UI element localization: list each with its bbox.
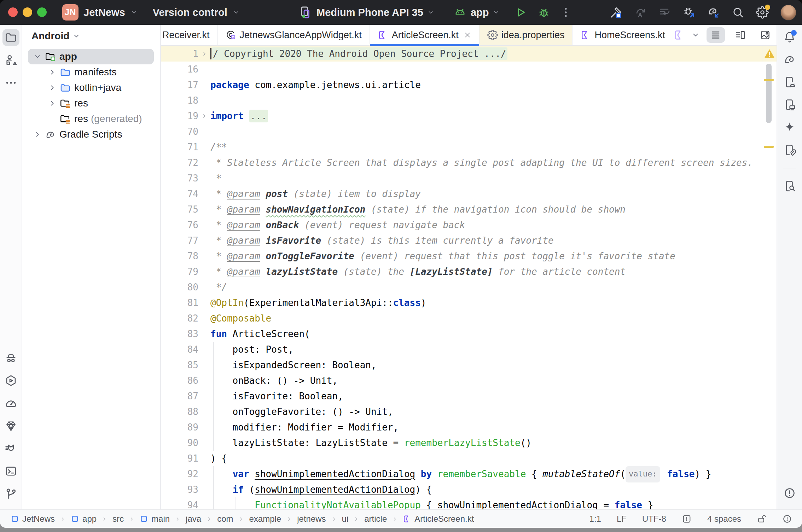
breadcrumb-item[interactable]: JetNews xyxy=(11,514,55,524)
app-inspection-icon[interactable] xyxy=(5,352,17,364)
build-hammer-icon[interactable] xyxy=(610,6,622,19)
warning-stripe-mark[interactable] xyxy=(764,146,774,148)
code-line[interactable]: 89 modifier: Modifier = Modifier, xyxy=(161,420,777,435)
line-number[interactable]: 78 xyxy=(161,248,198,264)
rerun-icon[interactable] xyxy=(634,6,647,19)
line-number[interactable]: 92 xyxy=(161,466,198,482)
vcs-menu[interactable]: Version control xyxy=(153,7,227,18)
line-number[interactable]: 93 xyxy=(161,482,198,497)
inspections-widget[interactable] xyxy=(762,46,777,62)
gradle-sync-icon[interactable] xyxy=(707,6,720,19)
breadcrumb-item[interactable]: ArticleScreen.kt xyxy=(403,514,474,524)
code-line[interactable]: 77 * @param isFavorite (state) is this i… xyxy=(161,233,777,248)
design-view-button[interactable] xyxy=(756,27,774,43)
line-number[interactable]: 17 xyxy=(161,77,198,93)
code-line[interactable]: 87 isFavorite: Boolean, xyxy=(161,388,777,404)
minimize-window-button[interactable] xyxy=(23,7,32,17)
line-number[interactable]: 77 xyxy=(161,233,198,248)
line-number[interactable]: 70 xyxy=(161,124,198,139)
line-number[interactable]: 71 xyxy=(161,139,198,155)
tab-jetnews-glance-app-widget[interactable]: JetnewsGlanceAppWidget.kt xyxy=(218,25,370,45)
breadcrumb-item[interactable]: com xyxy=(217,514,233,524)
terminal-icon[interactable] xyxy=(5,465,17,478)
tab-receiver[interactable]: Receiver.kt xyxy=(161,25,218,45)
code-line[interactable]: 86 onBack: () -> Unit, xyxy=(161,373,777,388)
warning-stripe-mark[interactable] xyxy=(764,79,774,81)
attach-debugger-icon[interactable] xyxy=(683,6,696,19)
tree-item-app[interactable]: app xyxy=(28,49,154,64)
logcat-icon[interactable] xyxy=(5,442,17,455)
code-line[interactable]: 74 * @param post (state) item to display xyxy=(161,186,777,202)
line-number[interactable]: 80 xyxy=(161,279,198,295)
tab-idea-properties[interactable]: idea.properties xyxy=(480,25,573,45)
tree-item-gradle-scripts[interactable]: Gradle Scripts xyxy=(28,127,154,142)
line-number[interactable]: 18 xyxy=(161,93,198,108)
breadcrumb-item[interactable]: example xyxy=(249,514,281,524)
chevron-down-icon[interactable] xyxy=(33,52,42,61)
zoom-window-button[interactable] xyxy=(37,7,47,17)
close-window-button[interactable] xyxy=(8,7,18,17)
tree-item-res-generated[interactable]: res (generated) xyxy=(28,111,154,127)
resource-manager-icon[interactable] xyxy=(5,54,17,66)
device-explorer-icon[interactable] xyxy=(783,144,796,156)
profiler-icon[interactable] xyxy=(5,397,17,410)
code-line[interactable]: 16 xyxy=(161,62,777,77)
chevron-right-icon[interactable] xyxy=(48,68,57,77)
settings-gear-icon[interactable] xyxy=(756,6,769,19)
line-number[interactable]: 72 xyxy=(161,155,198,170)
code-line[interactable]: 1/ Copyright 2020 The Android Open Sourc… xyxy=(161,46,777,62)
code-line[interactable]: 18 xyxy=(161,93,777,108)
code-line[interactable]: 71/** xyxy=(161,139,777,155)
line-number[interactable]: 1 xyxy=(161,46,198,62)
line-number[interactable]: 19 xyxy=(161,108,198,124)
project-tool-button[interactable] xyxy=(2,29,19,46)
line-number[interactable]: 83 xyxy=(161,326,198,342)
line-number[interactable]: 88 xyxy=(161,404,198,420)
user-avatar[interactable] xyxy=(780,5,796,21)
tree-item-res[interactable]: res xyxy=(28,96,154,111)
code-line[interactable]: 75 * @param showNavigationIcon (state) i… xyxy=(161,202,777,217)
line-number[interactable]: 76 xyxy=(161,217,198,233)
chevron-right-icon[interactable] xyxy=(48,83,57,92)
code-editor[interactable]: 1/ Copyright 2020 The Android Open Sourc… xyxy=(161,46,777,509)
more-actions-kebab-icon[interactable] xyxy=(559,6,572,19)
line-number[interactable]: 74 xyxy=(161,186,198,202)
tab-list-chevron-icon[interactable] xyxy=(691,30,700,40)
code-line[interactable]: 91) { xyxy=(161,451,777,466)
squeezed-tab-kotlin-icon[interactable] xyxy=(673,29,685,41)
code-line[interactable]: 93 if (showUnimplementedActionDialog) { xyxy=(161,482,777,497)
line-number[interactable]: 86 xyxy=(161,373,198,388)
line-number[interactable]: 85 xyxy=(161,357,198,373)
code-line[interactable]: 80 */ xyxy=(161,279,777,295)
breadcrumb-item[interactable]: java xyxy=(186,514,201,524)
inspections-widget-icon[interactable] xyxy=(682,514,692,524)
line-number[interactable]: 94 xyxy=(161,497,198,509)
line-number[interactable]: 82 xyxy=(161,311,198,326)
code-line[interactable]: 82@Composable xyxy=(161,311,777,326)
breadcrumb-item[interactable]: ui xyxy=(342,514,349,524)
fold-arrow-icon[interactable] xyxy=(198,46,210,62)
line-number[interactable]: 90 xyxy=(161,435,198,451)
line-number[interactable]: 87 xyxy=(161,388,198,404)
scrollbar-thumb[interactable] xyxy=(766,64,772,123)
breadcrumb-item[interactable]: article xyxy=(364,514,387,524)
tree-item-kotlin-java[interactable]: kotlin+java xyxy=(28,80,154,96)
more-ellipsis-icon[interactable] xyxy=(5,76,17,89)
code-line[interactable]: 70 xyxy=(161,124,777,139)
line-number[interactable]: 75 xyxy=(161,202,198,217)
breadcrumb-item[interactable]: jetnews xyxy=(297,514,326,524)
line-number[interactable]: 79 xyxy=(161,264,198,279)
device-manager-icon[interactable] xyxy=(783,76,796,88)
search-everywhere-icon[interactable] xyxy=(732,6,744,19)
code-line[interactable]: 88 onToggleFavorite: () -> Unit, xyxy=(161,404,777,420)
fold-arrow-icon[interactable] xyxy=(198,108,210,124)
breadcrumb-item[interactable]: main xyxy=(140,514,170,524)
running-devices-icon[interactable] xyxy=(783,98,796,111)
breadcrumb-item[interactable]: app xyxy=(71,514,97,524)
tab-article-screen[interactable]: ArticleScreen.kt xyxy=(370,25,480,45)
chevron-right-icon[interactable] xyxy=(33,130,42,139)
code-line[interactable]: 79 * @param lazyListState (state) the [L… xyxy=(161,264,777,279)
ide-errors-icon[interactable] xyxy=(783,487,796,499)
code-line[interactable]: 84 post: Post, xyxy=(161,342,777,357)
tree-item-manifests[interactable]: manifests xyxy=(28,64,154,80)
